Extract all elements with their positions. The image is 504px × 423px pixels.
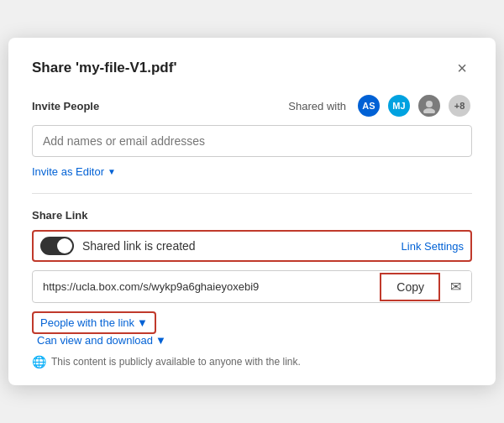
can-view-button[interactable]: Can view and download ▼	[37, 334, 166, 347]
divider	[32, 193, 472, 194]
toggle-row: Shared link is created Link Settings	[32, 230, 472, 262]
share-modal: Share 'my-file-V1.pdf' × Invite People S…	[8, 38, 496, 385]
people-with-link-button[interactable]: People with the link ▼	[40, 316, 148, 329]
copy-button[interactable]: Copy	[380, 273, 440, 301]
url-input[interactable]	[33, 273, 380, 300]
shared-with-label: Shared with	[288, 100, 346, 112]
svg-point-1	[423, 108, 435, 113]
email-icon: ✉	[450, 279, 461, 294]
invite-input[interactable]	[32, 125, 472, 157]
modal-title: Share 'my-file-V1.pdf'	[32, 60, 176, 76]
people-link-chevron-icon: ▼	[137, 316, 148, 329]
share-link-section: Share Link Shared link is created Link S…	[32, 209, 472, 368]
link-settings-button[interactable]: Link Settings	[402, 240, 464, 253]
close-button[interactable]: ×	[452, 58, 472, 78]
public-note: 🌐 This content is publicly available to …	[32, 355, 472, 368]
people-row-wrapper: People with the link ▼ Can view and down…	[32, 311, 472, 347]
invite-people-label: Invite People	[32, 100, 99, 112]
avatar-as[interactable]: AS	[356, 93, 381, 118]
url-row: Copy ✉	[32, 270, 472, 303]
toggle-knob	[57, 238, 72, 253]
invite-as-editor-label: Invite as Editor	[32, 165, 104, 178]
can-view-label: Can view and download	[37, 334, 153, 347]
avatar-plus[interactable]: +8	[447, 93, 472, 118]
people-link-label: People with the link	[40, 316, 134, 329]
invite-header-row: Invite People Shared with AS MJ +8	[32, 93, 472, 118]
toggle-left: Shared link is created	[40, 237, 196, 255]
svg-point-0	[426, 101, 433, 107]
can-view-chevron-icon: ▼	[155, 334, 166, 347]
avatar-person[interactable]	[417, 93, 442, 118]
shared-link-toggle[interactable]	[40, 237, 74, 255]
modal-header: Share 'my-file-V1.pdf' ×	[32, 58, 472, 78]
email-button[interactable]: ✉	[440, 271, 471, 302]
toggle-text: Shared link is created	[82, 239, 196, 253]
invite-editor-chevron-icon: ▼	[108, 167, 116, 176]
avatar-mj[interactable]: MJ	[386, 93, 412, 118]
public-note-text: This content is publicly available to an…	[51, 356, 301, 368]
invite-as-editor-button[interactable]: Invite as Editor ▼	[32, 165, 116, 178]
globe-icon: 🌐	[32, 355, 46, 368]
share-link-label: Share Link	[32, 209, 472, 222]
shared-with-area: Shared with AS MJ +8	[288, 93, 472, 118]
invite-section: Invite People Shared with AS MJ +8 Invit…	[32, 93, 472, 178]
